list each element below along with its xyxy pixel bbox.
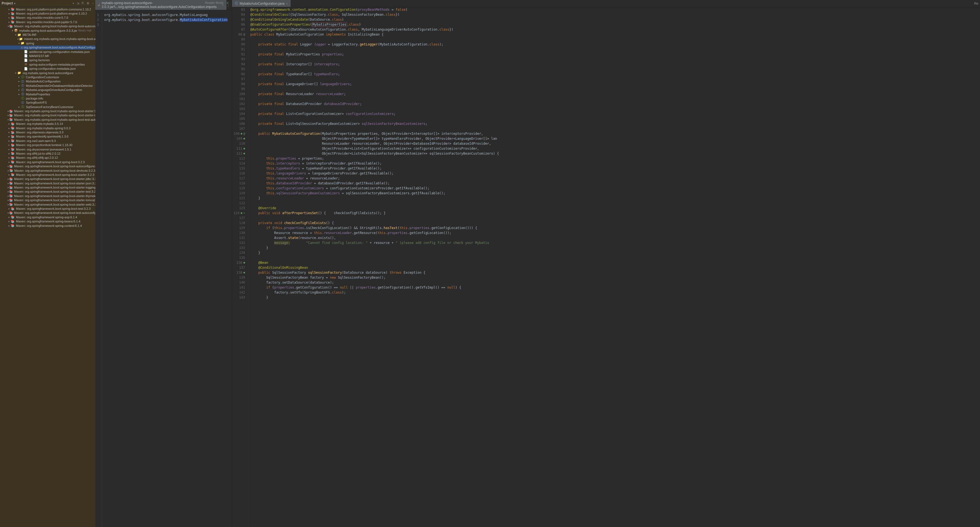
code-line[interactable]: private final List<SqlSessionFactoryBean… <box>250 121 499 126</box>
tree-item[interactable]: 📄MANIFEST.MF <box>0 54 95 58</box>
tree-arrow-icon[interactable]: ▸ <box>8 152 11 155</box>
gutter-marker-icon[interactable]: ● <box>241 131 242 136</box>
code-line[interactable]: if (this.properties.isCheckConfigLocatio… <box>250 225 499 230</box>
code-line[interactable]: this.languageDrivers = languageDriversPr… <box>250 171 499 176</box>
code-line[interactable]: this.sqlSessionFactoryBeanCustomizers = … <box>250 191 499 196</box>
tree-item[interactable]: ▸📚Maven: org.skyscreamer:jsonassert:1.5.… <box>0 147 95 151</box>
tree-item[interactable]: ▸📚Maven: org.mybatis.spring.boot:mybatis… <box>0 109 95 113</box>
tree-item[interactable]: 📄spring-configuration-metadata.json <box>0 66 95 70</box>
tree-item[interactable]: ▸📚Maven: org.springframework.boot:spring… <box>0 190 95 194</box>
code-line[interactable] <box>250 96 499 101</box>
tree-item[interactable]: ▾📚Maven: org.mybatis.spring.boot:mybatis… <box>0 24 95 29</box>
tree-arrow-icon[interactable]: ▸ <box>8 21 11 24</box>
tree-item[interactable]: ▸📚Maven: org.mockito:mockito-junit-jupit… <box>0 20 95 24</box>
code-line[interactable]: Resource resource = this.resourceLoader.… <box>250 230 499 235</box>
tree-item[interactable]: ▸📚Maven: org.opentest4j:opentest4j:1.3.0 <box>0 134 95 139</box>
project-tree[interactable]: ▸📚Maven: org.junit.platform:junit-platfo… <box>0 6 95 527</box>
code-line[interactable] <box>250 126 499 131</box>
code-line[interactable]: org.mybatis.spring.boot.autoconfigure.My… <box>104 18 228 22</box>
tree-item[interactable]: ⚙spring-autoconfigure-metadata.propertie… <box>0 62 95 66</box>
tree-arrow-icon[interactable]: ▸ <box>8 220 11 223</box>
tree-arrow-icon[interactable]: ▸ <box>8 12 11 15</box>
right-lines[interactable]: @org.springframework.context.annotation.… <box>248 7 499 527</box>
tree-arrow-icon[interactable]: ▸ <box>18 76 21 78</box>
tree-item[interactable]: ▸📚Maven: org.mybatis:mybatis-spring:3.0.… <box>0 126 95 130</box>
tree-item[interactable]: ▸📚Maven: org.junit.platform:junit-platfo… <box>0 7 95 11</box>
code-line[interactable]: public MybatisAutoConfiguration(MybatisP… <box>250 131 499 136</box>
code-line[interactable]: SqlSessionFactoryBean factory = new SqlS… <box>250 275 499 280</box>
code-line[interactable]: private void checkConfigFileExists() { <box>250 220 499 225</box>
expand-all-icon[interactable]: ⇲ <box>76 2 80 5</box>
tree-item[interactable]: 📄additional-spring-configuration-metadat… <box>0 50 95 54</box>
code-line[interactable] <box>250 201 499 206</box>
tree-arrow-icon[interactable]: ▸ <box>8 127 11 129</box>
code-line[interactable]: private static final Logger logger = Log… <box>250 42 499 47</box>
tree-arrow-icon[interactable]: ▸ <box>8 122 11 125</box>
tree-item[interactable]: ▸📚Maven: org.objenesis:objenesis:3.3 <box>0 130 95 134</box>
tree-arrow-icon[interactable]: ▸ <box>8 8 11 11</box>
code-line[interactable]: ResourceLoader resourceLoader, ObjectPro… <box>250 141 499 146</box>
tree-arrow-icon[interactable]: ▾ <box>18 42 21 45</box>
tree-arrow-icon[interactable]: ▸ <box>8 148 11 151</box>
tree-item[interactable]: Ⓘpackage-info <box>0 96 95 100</box>
code-line[interactable]: @ConditionalOnSingleCandidate(DataSource… <box>250 17 499 22</box>
code-line[interactable]: this.properties = properties; <box>250 156 499 161</box>
code-line[interactable]: @ConditionalOnMissingBean <box>250 265 499 270</box>
code-line[interactable]: } <box>250 245 499 250</box>
code-line[interactable]: org.mybatis.spring.boot.autoconfigure.My… <box>104 13 228 18</box>
gutter-marker-icon[interactable]: ● <box>243 260 245 265</box>
tree-item[interactable]: ▾📁org.mybatis.spring.boot.autoconfigure <box>0 71 95 75</box>
tree-arrow-icon[interactable]: ▸ <box>8 139 11 142</box>
tree-item[interactable]: ▸📚Maven: org.springframework.boot:spring… <box>0 181 95 185</box>
code-line[interactable] <box>250 86 499 91</box>
tree-item[interactable]: ▸📚Maven: org.springframework.boot:spring… <box>0 194 95 198</box>
code-line[interactable] <box>250 37 499 42</box>
code-line[interactable]: this.interceptors = interceptorsProvider… <box>250 161 499 166</box>
tree-arrow-icon[interactable]: ▸ <box>8 131 11 134</box>
tree-item[interactable]: ▾📦mybatis-spring-boot-autoconfigure-3.0.… <box>0 29 95 32</box>
gutter-marker-icon[interactable]: ● <box>243 136 245 141</box>
tree-item[interactable]: ▸📚Maven: org.mybatis.spring.boot:mybatis… <box>0 113 95 117</box>
gutter-marker-icon[interactable]: ● <box>243 270 245 275</box>
tree-item[interactable]: ▸ⒸMybatisLanguageDriverAutoConfiguration <box>0 88 95 92</box>
tree-item[interactable]: ▸📚Maven: org.springframework.boot:spring… <box>0 168 95 172</box>
tree-item[interactable]: ▸📚Maven: org.springframework.boot:spring… <box>0 177 95 181</box>
tree-arrow-icon[interactable]: ▸ <box>18 88 21 91</box>
close-icon[interactable]: × <box>286 2 288 5</box>
right-code[interactable]: 838485868788@899091929394959697989910010… <box>232 7 980 527</box>
code-line[interactable]: } <box>250 196 499 201</box>
code-line[interactable]: private final MybatisProperties properti… <box>250 52 499 57</box>
code-line[interactable]: private final ResourceLoader resourceLoa… <box>250 91 499 96</box>
code-line[interactable]: factory.setVfs(SpringBootVFS.class); <box>250 290 499 295</box>
tree-arrow-icon[interactable]: ▾ <box>11 29 14 32</box>
code-line[interactable] <box>250 106 499 111</box>
tree-item[interactable]: ▸📚Maven: org.springframework.boot:spring… <box>0 202 95 206</box>
target-icon[interactable]: ⌖ <box>72 2 74 5</box>
tree-arrow-icon[interactable]: ▸ <box>8 224 11 227</box>
tree-item[interactable]: ▸📚Maven: org.slf4j:jul-to-slf4j:2.0.12 <box>0 151 95 155</box>
code-line[interactable] <box>250 116 499 121</box>
tree-arrow-icon[interactable]: ▾ <box>14 34 17 36</box>
tree-item[interactable]: ▸📚Maven: org.projectlombok:lombok:1.18.3… <box>0 143 95 147</box>
code-line[interactable]: private final List<ConfigurationCustomiz… <box>250 111 499 116</box>
tree-item[interactable]: ▸📚Maven: org.springframework.boot:spring… <box>0 211 95 215</box>
code-line[interactable]: private final Interceptor[] interceptors… <box>250 62 499 67</box>
gutter-marker-icon[interactable]: ● <box>243 151 245 156</box>
fold-icon[interactable]: » <box>243 211 245 216</box>
code-line[interactable]: this.resourceLoader = resourceLoader; <box>250 176 499 181</box>
code-line[interactable]: private final TypeHandler[] typeHandlers… <box>250 72 499 77</box>
tree-arrow-icon[interactable]: ▸ <box>18 80 21 83</box>
tree-item[interactable]: ▸📚Maven: org.springframework:spring-aop:… <box>0 215 95 219</box>
tree-item[interactable]: ▸ⒾConfigurationCustomizer <box>0 75 95 79</box>
code-line[interactable]: } <box>250 250 499 255</box>
code-line[interactable] <box>250 67 499 72</box>
tree-item[interactable]: ▾📁META-INF <box>0 32 95 37</box>
tree-item[interactable]: ▸ⒸMybatisDependsOnDatabaseInitialization… <box>0 83 95 88</box>
code-line[interactable]: public SqlSessionFactory sqlSessionFacto… <box>250 270 499 275</box>
collapse-all-icon[interactable]: ⇱ <box>81 2 84 5</box>
left-lines[interactable]: org.mybatis.spring.boot.autoconfigure.My… <box>102 13 228 527</box>
tree-item[interactable]: ▸📚Maven: org.springframework.boot:spring… <box>0 198 95 202</box>
settings-icon[interactable]: ⚙ <box>86 2 89 5</box>
code-line[interactable] <box>250 57 499 62</box>
tree-item[interactable]: ▸📚Maven: org.ow2.asm:asm:9.3 <box>0 139 95 143</box>
